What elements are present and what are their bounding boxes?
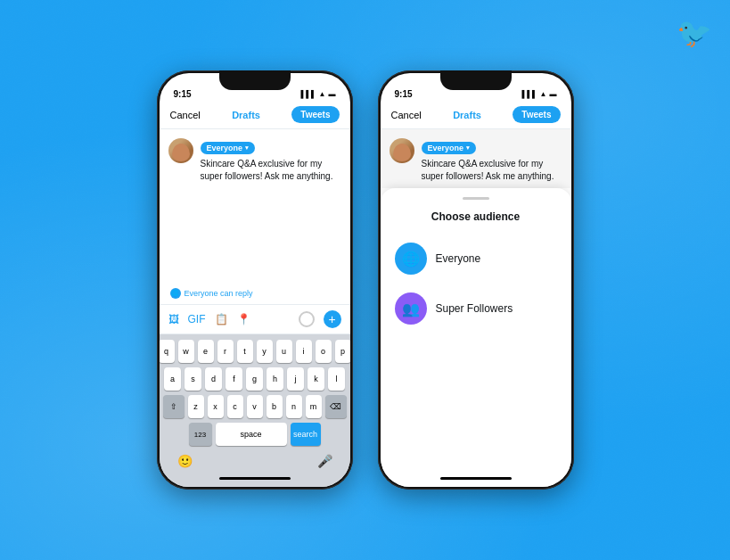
chevron-icon-2: ▾ <box>466 144 470 152</box>
list-icon[interactable]: 📋 <box>215 313 228 325</box>
wifi-icon: ▲ <box>319 90 326 98</box>
twitter-logo: 🐦 <box>677 16 712 50</box>
key-s[interactable]: s <box>185 367 201 391</box>
key-x[interactable]: x <box>208 395 224 418</box>
top-nav-2: Cancel Drafts Tweets <box>381 103 571 129</box>
audience-badge-1[interactable]: Everyone ▾ <box>201 142 256 154</box>
home-bar-1 <box>219 477 291 480</box>
key-f[interactable]: f <box>226 367 242 391</box>
location-icon[interactable]: 📍 <box>237 313 250 325</box>
key-c[interactable]: c <box>227 395 243 418</box>
key-j[interactable]: j <box>287 367 304 391</box>
key-p[interactable]: p <box>335 340 350 363</box>
phone-2: 9:15 ▌▌▌ ▲ ▬ Cancel Drafts Tweets <box>378 70 574 490</box>
reply-icon-1: 🌐 <box>170 288 181 299</box>
tweet-text-2[interactable]: Skincare Q&A exclusive for my super foll… <box>422 158 562 183</box>
key-row-1: q w e r t y u i o p <box>163 340 347 363</box>
home-bar-2 <box>440 477 512 480</box>
keyboard-1: q w e r t y u i o p a s d f g <box>160 334 350 477</box>
status-time-1: 9:15 <box>174 89 192 99</box>
audience-option-everyone[interactable]: 🌐 Everyone <box>381 234 571 284</box>
key-backspace[interactable]: ⌫ <box>325 395 347 418</box>
key-q[interactable]: q <box>160 340 175 363</box>
key-m[interactable]: m <box>306 395 322 418</box>
key-search[interactable]: search <box>291 423 321 446</box>
key-t[interactable]: t <box>237 340 253 363</box>
notch-2 <box>440 70 512 90</box>
key-u[interactable]: u <box>276 340 292 363</box>
everyone-label: Everyone <box>436 252 481 265</box>
tweets-button-1[interactable]: Tweets <box>291 106 339 123</box>
compose-area-2: Everyone ▾ Skincare Q&A exclusive for my… <box>381 129 571 188</box>
key-row-4: 123 space search <box>163 423 347 446</box>
key-d[interactable]: d <box>205 367 222 391</box>
keyboard-bottom-bar: 🙂 🎤 <box>163 450 347 474</box>
cancel-button-2[interactable]: Cancel <box>391 110 422 120</box>
audience-sheet: Choose audience 🌐 Everyone 👥 Super Follo… <box>381 188 571 474</box>
key-y[interactable]: y <box>257 340 273 363</box>
reply-row-1: 🌐 Everyone can reply <box>160 283 350 304</box>
status-icons-2: ▌▌▌ ▲ ▬ <box>522 90 557 98</box>
key-w[interactable]: w <box>178 340 194 363</box>
battery-icon: ▬ <box>329 90 336 98</box>
key-z[interactable]: z <box>188 395 204 418</box>
key-n[interactable]: n <box>286 395 302 418</box>
avatar-face-1 <box>172 144 190 161</box>
avatar-face-2 <box>393 144 411 161</box>
plus-button[interactable]: + <box>324 310 341 328</box>
key-row-2: a s d f g h j k l <box>163 367 347 391</box>
gif-icon[interactable]: GIF <box>188 313 206 325</box>
key-l[interactable]: l <box>328 367 345 391</box>
drafts-button-1[interactable]: Drafts <box>232 110 260 120</box>
cancel-button-1[interactable]: Cancel <box>170 110 201 120</box>
signal-icon: ▌▌▌ <box>301 90 316 98</box>
key-123[interactable]: 123 <box>189 423 212 446</box>
reply-text-1[interactable]: Everyone can reply <box>185 289 253 298</box>
key-o[interactable]: o <box>316 340 332 363</box>
chevron-icon-1: ▾ <box>245 144 249 152</box>
key-b[interactable]: b <box>267 395 283 418</box>
avatar-2 <box>390 138 414 163</box>
audience-badge-2[interactable]: Everyone ▾ <box>422 142 477 154</box>
key-g[interactable]: g <box>246 367 263 391</box>
key-i[interactable]: i <box>296 340 312 363</box>
avatar-img-2 <box>390 138 414 163</box>
sheet-handle <box>463 197 489 200</box>
battery-icon-2: ▬ <box>550 90 557 98</box>
audience-option-super-followers[interactable]: 👥 Super Followers <box>381 284 571 334</box>
avatar-1 <box>168 138 193 163</box>
sheet-title: Choose audience <box>381 210 571 223</box>
mic-icon[interactable]: 🎤 <box>317 454 332 468</box>
wifi-icon-2: ▲ <box>540 90 547 98</box>
status-time-2: 9:15 <box>395 89 413 99</box>
compose-right-1: Everyone ▾ Skincare Q&A exclusive for my… <box>201 138 341 183</box>
top-nav-1: Cancel Drafts Tweets <box>160 103 350 129</box>
key-k[interactable]: k <box>308 367 324 391</box>
status-icons-1: ▌▌▌ ▲ ▬ <box>301 90 336 98</box>
compose-toolbar-1: 🖼 GIF 📋 📍 + <box>160 304 350 334</box>
phone-1: 9:15 ▌▌▌ ▲ ▬ Cancel Drafts Tweets <box>157 70 353 490</box>
compose-right-2: Everyone ▾ Skincare Q&A exclusive for my… <box>422 138 562 183</box>
phones-container: 9:15 ▌▌▌ ▲ ▬ Cancel Drafts Tweets <box>157 70 574 490</box>
emoji-icon[interactable]: 🙂 <box>177 454 193 468</box>
drafts-button-2[interactable]: Drafts <box>453 110 481 120</box>
image-icon[interactable]: 🖼 <box>168 313 179 325</box>
tweets-button-2[interactable]: Tweets <box>513 106 560 123</box>
avatar-img-1 <box>168 138 193 163</box>
key-space[interactable]: space <box>216 423 287 446</box>
compose-area-1: Everyone ▾ Skincare Q&A exclusive for my… <box>160 129 350 188</box>
key-shift[interactable]: ⇧ <box>163 395 185 418</box>
key-e[interactable]: e <box>198 340 214 363</box>
notch-1 <box>219 70 291 90</box>
key-h[interactable]: h <box>267 367 283 391</box>
key-a[interactable]: a <box>164 367 181 391</box>
super-followers-label: Super Followers <box>436 302 513 315</box>
everyone-icon: 🌐 <box>395 243 427 275</box>
signal-icon-2: ▌▌▌ <box>522 90 537 98</box>
key-r[interactable]: r <box>217 340 234 363</box>
key-v[interactable]: v <box>247 395 263 418</box>
key-row-3: ⇧ z x c v b n m ⌫ <box>163 395 347 418</box>
super-followers-icon: 👥 <box>395 292 427 325</box>
circle-button[interactable] <box>299 311 315 327</box>
tweet-text-1[interactable]: Skincare Q&A exclusive for my super foll… <box>201 158 341 183</box>
